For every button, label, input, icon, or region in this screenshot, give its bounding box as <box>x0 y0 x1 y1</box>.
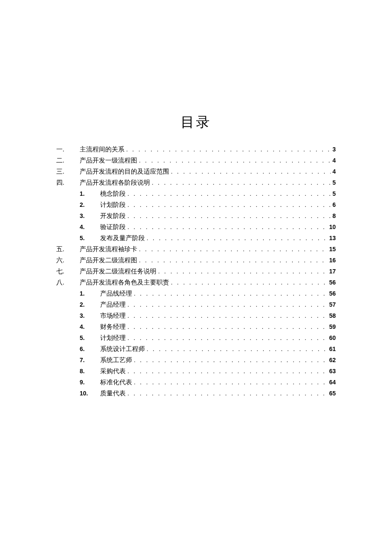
entry-title: 产品开发二级流程任务说明 <box>80 266 156 277</box>
entry-marker: 1. <box>80 188 100 199</box>
entry-marker: 七. <box>56 266 80 277</box>
leader-dots <box>126 199 331 210</box>
entry-marker: 10. <box>80 388 100 399</box>
entry-marker: 5. <box>80 332 100 343</box>
entry-page: 17 <box>327 266 336 277</box>
toc-entry: 六.产品开发二级流程图16 <box>56 255 336 266</box>
leader-dots <box>126 332 327 343</box>
leader-dots <box>169 277 327 288</box>
entry-page: 63 <box>327 366 336 377</box>
entry-title: 质量代表 <box>100 388 126 399</box>
entry-marker: 6. <box>80 343 100 354</box>
entry-page: 64 <box>327 377 336 388</box>
toc-entry: 2.产品经理57 <box>56 299 336 310</box>
entry-marker: 三. <box>56 166 80 177</box>
entry-marker: 9. <box>80 377 100 388</box>
toc-entry: 7.系统工艺师62 <box>56 354 336 366</box>
entry-marker: 一. <box>56 144 80 155</box>
toc-entry: 4.验证阶段10 <box>56 221 336 232</box>
entry-marker: 4. <box>80 221 100 232</box>
leader-dots <box>137 255 327 266</box>
entry-title: 采购代表 <box>100 366 126 377</box>
entry-page: 15 <box>327 244 336 255</box>
leader-dots <box>126 310 327 321</box>
toc-entry: 五.产品开发流程袖珍卡15 <box>56 244 336 255</box>
leader-dots <box>137 155 331 166</box>
entry-page: 8 <box>331 210 336 221</box>
entry-marker: 3. <box>80 210 100 221</box>
leader-dots <box>132 288 327 299</box>
entry-marker: 8. <box>80 366 100 377</box>
entry-title: 标准化代表 <box>100 377 132 388</box>
entry-marker: 2. <box>80 299 100 310</box>
entry-page: 4 <box>331 155 336 166</box>
entry-page: 56 <box>327 288 336 299</box>
entry-page: 58 <box>327 310 336 321</box>
entry-title: 系统工艺师 <box>100 354 132 366</box>
entry-marker: 五. <box>56 244 80 255</box>
entry-marker: 六. <box>56 255 80 266</box>
entry-marker: 5. <box>80 232 100 244</box>
leader-dots <box>132 354 327 366</box>
entry-title: 主流程间的关系 <box>80 144 124 155</box>
toc-entry: 4.财务经理59 <box>56 321 336 332</box>
entry-title: 计划阶段 <box>100 199 126 210</box>
entry-title: 产品线经理 <box>100 288 132 299</box>
entry-title: 产品开发流程各角色及主要职责 <box>80 277 169 288</box>
entry-page: 5 <box>331 177 336 188</box>
entry-title: 产品开发流程的目的及适应范围 <box>80 166 169 177</box>
entry-page: 62 <box>327 354 336 366</box>
toc-entry: 6.系统设计工程师61 <box>56 343 336 354</box>
entry-page: 16 <box>327 255 336 266</box>
entry-marker: 二. <box>56 155 80 166</box>
entry-page: 10 <box>327 221 336 232</box>
toc-entry: 四.产品开发流程各阶段说明5 <box>56 177 336 188</box>
entry-marker: 3. <box>80 310 100 321</box>
toc-entry: 1.产品线经理56 <box>56 288 336 299</box>
toc-entry: 10.质量代表65 <box>56 388 336 399</box>
entry-title: 发布及量产阶段 <box>100 232 145 244</box>
leader-dots <box>150 177 331 188</box>
toc-entry: 二.产品开发一级流程图4 <box>56 155 336 166</box>
entry-page: 60 <box>327 332 336 343</box>
toc-entry: 5.发布及量产阶段13 <box>56 232 336 244</box>
leader-dots <box>156 266 327 277</box>
entry-title: 系统设计工程师 <box>100 343 145 354</box>
leader-dots <box>132 377 327 388</box>
entry-page: 65 <box>327 388 336 399</box>
entry-title: 产品开发二级流程图 <box>80 255 137 266</box>
toc-entry: 3.市场经理58 <box>56 310 336 321</box>
entry-title: 市场经理 <box>100 310 126 321</box>
leader-dots <box>126 299 327 310</box>
toc-entry: 3.开发阶段8 <box>56 210 336 221</box>
leader-dots <box>126 188 331 199</box>
entry-page: 56 <box>327 277 336 288</box>
toc-entry: 5.计划经理60 <box>56 332 336 343</box>
toc-entry: 七.产品开发二级流程任务说明17 <box>56 266 336 277</box>
entry-marker: 八. <box>56 277 80 288</box>
toc-entry: 9.标准化代表64 <box>56 377 336 388</box>
leader-dots <box>126 210 331 221</box>
entry-page: 61 <box>327 343 336 354</box>
leader-dots <box>145 232 327 244</box>
entry-title: 验证阶段 <box>100 221 126 232</box>
toc-entry: 八.产品开发流程各角色及主要职责56 <box>56 277 336 288</box>
leader-dots <box>126 221 327 232</box>
toc-container: 一.主流程间的关系3二.产品开发一级流程图4三.产品开发流程的目的及适应范围4四… <box>56 144 336 399</box>
entry-page: 5 <box>331 188 336 199</box>
leader-dots <box>137 244 327 255</box>
leader-dots <box>124 144 331 155</box>
leader-dots <box>126 366 327 377</box>
entry-title: 开发阶段 <box>100 210 126 221</box>
entry-title: 产品开发流程各阶段说明 <box>80 177 150 188</box>
leader-dots <box>169 166 331 177</box>
entry-title: 财务经理 <box>100 321 126 332</box>
toc-entry: 8.采购代表63 <box>56 366 336 377</box>
entry-page: 4 <box>331 166 336 177</box>
entry-page: 57 <box>327 299 336 310</box>
entry-title: 桃念阶段 <box>100 188 126 199</box>
entry-marker: 四. <box>56 177 80 188</box>
entry-page: 13 <box>327 232 336 244</box>
entry-page: 3 <box>331 144 336 155</box>
leader-dots <box>126 388 327 399</box>
